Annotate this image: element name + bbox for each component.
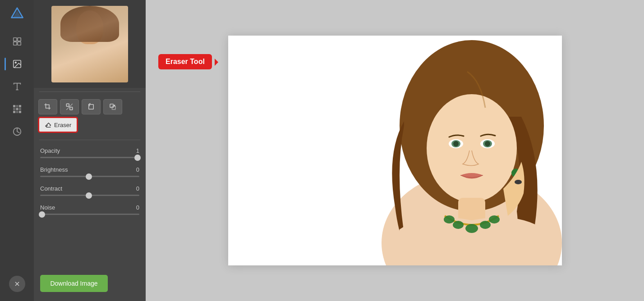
sidebar-text-btn[interactable] <box>7 77 27 96</box>
svg-rect-8 <box>19 105 21 107</box>
eraser-tool-btn[interactable]: Eraser <box>38 117 78 132</box>
svg-rect-12 <box>13 111 15 113</box>
svg-rect-42 <box>228 36 316 265</box>
contrast-track[interactable] <box>40 195 139 196</box>
opacity-slider-row: Opacity 1 <box>40 147 139 158</box>
icon-sidebar <box>0 0 34 301</box>
contrast-label: Contract <box>40 185 62 192</box>
noise-track[interactable] <box>40 214 139 215</box>
svg-point-35 <box>453 141 459 146</box>
svg-point-32 <box>489 215 500 223</box>
crop-tool-btn[interactable] <box>38 99 57 114</box>
opacity-track[interactable] <box>40 157 139 158</box>
svg-point-5 <box>15 62 16 63</box>
svg-rect-13 <box>16 111 18 113</box>
canvas-area[interactable] <box>228 36 562 265</box>
tooltip-text: Eraser Tool <box>166 58 205 65</box>
eraser-btn-label: Eraser <box>54 122 71 128</box>
svg-rect-11 <box>19 108 21 110</box>
opacity-value: 1 <box>136 147 139 154</box>
svg-point-30 <box>465 224 478 233</box>
eraser-tooltip: Eraser Tool <box>158 54 212 69</box>
brightness-value: 0 <box>136 166 139 173</box>
svg-rect-16 <box>66 104 69 106</box>
noise-label: Noise <box>40 204 55 211</box>
close-button[interactable] <box>9 276 25 292</box>
svg-rect-7 <box>16 105 18 107</box>
rotate-tool-btn[interactable] <box>82 99 101 114</box>
thumbnail-area <box>34 0 146 88</box>
svg-point-28 <box>444 215 455 223</box>
canvas-portrait-svg <box>228 36 562 265</box>
svg-rect-9 <box>13 108 15 110</box>
brightness-track[interactable] <box>40 176 139 177</box>
contrast-value: 0 <box>136 185 139 192</box>
svg-point-29 <box>453 221 464 229</box>
svg-point-26 <box>427 94 517 202</box>
sidebar-grid-btn[interactable] <box>7 32 27 51</box>
sidebar-pattern-btn[interactable] <box>7 99 27 119</box>
svg-rect-0 <box>13 38 16 41</box>
brightness-label: Brightness <box>40 166 68 173</box>
svg-point-38 <box>485 141 490 146</box>
svg-point-31 <box>480 221 491 229</box>
svg-rect-17 <box>70 107 73 110</box>
noise-slider-row: Noise 0 <box>40 204 139 215</box>
svg-rect-3 <box>17 42 20 45</box>
brightness-thumb[interactable] <box>86 173 92 180</box>
svg-rect-10 <box>16 108 18 110</box>
download-button[interactable]: Download Image <box>40 275 108 292</box>
tool-buttons-row: Eraser <box>34 96 146 136</box>
resize-tool-btn[interactable] <box>103 99 122 114</box>
svg-rect-1 <box>17 38 20 41</box>
editor-panel: Eraser Opacity 1 Brightness 0 <box>34 0 146 301</box>
svg-point-41 <box>515 180 522 184</box>
thumbnail-portrait <box>51 6 128 82</box>
svg-rect-6 <box>13 105 15 107</box>
main-canvas: Eraser Tool <box>146 0 644 301</box>
svg-rect-14 <box>19 111 21 113</box>
app-logo[interactable] <box>7 5 27 24</box>
sliders-area: Opacity 1 Brightness 0 Contract 0 <box>34 144 146 268</box>
divider-2 <box>39 140 140 140</box>
divider-1 <box>39 91 140 92</box>
opacity-label: Opacity <box>40 147 60 154</box>
contrast-slider-row: Contract 0 <box>40 185 139 196</box>
svg-rect-2 <box>13 42 16 45</box>
brightness-slider-row: Brightness 0 <box>40 166 139 177</box>
sidebar-adjust-btn[interactable] <box>7 122 27 141</box>
opacity-thumb[interactable] <box>134 155 141 161</box>
sidebar-image-btn[interactable] <box>7 54 27 74</box>
noise-value: 0 <box>136 204 139 211</box>
noise-thumb[interactable] <box>39 211 45 218</box>
flip-tool-btn[interactable] <box>60 99 79 114</box>
download-area: Download Image <box>34 268 146 301</box>
contrast-thumb[interactable] <box>86 192 92 199</box>
